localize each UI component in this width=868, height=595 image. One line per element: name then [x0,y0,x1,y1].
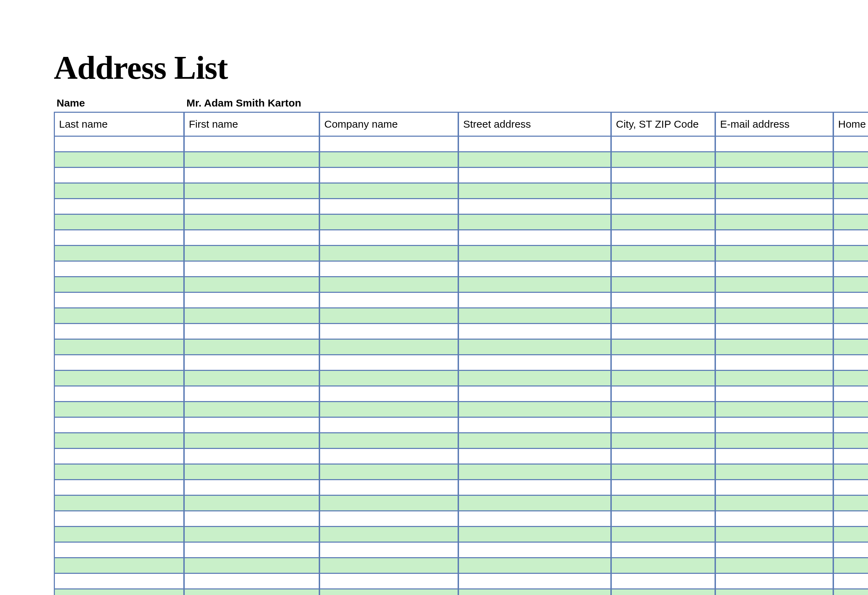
table-row[interactable] [55,496,868,511]
table-cell[interactable] [716,543,834,557]
table-cell[interactable] [459,386,612,401]
table-cell[interactable] [459,152,612,167]
table-row[interactable] [55,324,868,340]
table-row[interactable] [55,465,868,480]
table-cell[interactable] [185,340,320,354]
table-cell[interactable] [716,386,834,401]
table-cell[interactable] [185,543,320,557]
table-cell[interactable] [716,402,834,417]
table-cell[interactable] [612,184,716,198]
table-cell[interactable] [55,402,185,417]
table-cell[interactable] [185,246,320,261]
table-cell[interactable] [320,496,459,510]
table-cell[interactable] [612,386,716,401]
table-cell[interactable] [185,355,320,370]
table-cell[interactable] [459,137,612,151]
table-cell[interactable] [459,371,612,386]
table-cell[interactable] [716,433,834,448]
table-cell[interactable] [834,386,868,401]
table-cell[interactable] [716,293,834,307]
table-row[interactable] [55,293,868,308]
table-cell[interactable] [716,277,834,292]
table-row[interactable] [55,199,868,215]
table-cell[interactable] [320,308,459,323]
table-cell[interactable] [612,496,716,510]
table-row[interactable] [55,402,868,418]
table-cell[interactable] [612,574,716,588]
table-row[interactable] [55,386,868,402]
table-cell[interactable] [185,262,320,276]
table-row[interactable] [55,137,868,152]
table-cell[interactable] [834,449,868,464]
table-cell[interactable] [612,433,716,448]
table-cell[interactable] [185,527,320,542]
table-cell[interactable] [834,215,868,229]
table-row[interactable] [55,277,868,293]
table-cell[interactable] [55,465,185,479]
table-cell[interactable] [55,386,185,401]
table-cell[interactable] [834,277,868,292]
table-cell[interactable] [459,355,612,370]
table-cell[interactable] [834,184,868,198]
table-cell[interactable] [320,386,459,401]
table-cell[interactable] [716,589,834,595]
table-cell[interactable] [320,293,459,307]
table-row[interactable] [55,215,868,230]
table-cell[interactable] [55,324,185,339]
table-cell[interactable] [320,371,459,386]
table-cell[interactable] [834,355,868,370]
table-cell[interactable] [185,558,320,573]
table-cell[interactable] [612,449,716,464]
table-cell[interactable] [716,168,834,183]
table-cell[interactable] [185,402,320,417]
table-cell[interactable] [834,433,868,448]
table-cell[interactable] [834,418,868,432]
table-row[interactable] [55,543,868,558]
table-cell[interactable] [185,152,320,167]
table-row[interactable] [55,168,868,184]
table-cell[interactable] [716,152,834,167]
table-cell[interactable] [185,371,320,386]
table-row[interactable] [55,308,868,324]
table-cell[interactable] [459,184,612,198]
table-cell[interactable] [320,589,459,595]
table-cell[interactable] [320,558,459,573]
table-cell[interactable] [320,418,459,432]
table-cell[interactable] [320,574,459,588]
table-cell[interactable] [320,511,459,526]
table-cell[interactable] [834,246,868,261]
table-cell[interactable] [612,308,716,323]
table-cell[interactable] [612,371,716,386]
table-cell[interactable] [716,371,834,386]
table-cell[interactable] [459,465,612,479]
table-cell[interactable] [185,277,320,292]
table-cell[interactable] [55,199,185,214]
table-cell[interactable] [612,230,716,245]
table-cell[interactable] [459,480,612,495]
table-cell[interactable] [185,324,320,339]
table-cell[interactable] [612,558,716,573]
table-cell[interactable] [320,137,459,151]
table-cell[interactable] [185,418,320,432]
table-cell[interactable] [716,496,834,510]
table-cell[interactable] [834,340,868,354]
table-row[interactable] [55,574,868,589]
table-cell[interactable] [716,246,834,261]
table-cell[interactable] [612,168,716,183]
table-cell[interactable] [55,152,185,167]
table-cell[interactable] [55,449,185,464]
table-cell[interactable] [716,574,834,588]
table-row[interactable] [55,184,868,199]
table-cell[interactable] [55,543,185,557]
table-cell[interactable] [320,449,459,464]
table-cell[interactable] [459,230,612,245]
table-cell[interactable] [612,418,716,432]
table-cell[interactable] [834,527,868,542]
table-cell[interactable] [185,293,320,307]
table-cell[interactable] [185,184,320,198]
table-cell[interactable] [320,199,459,214]
table-row[interactable] [55,371,868,386]
table-cell[interactable] [459,293,612,307]
table-cell[interactable] [459,449,612,464]
table-cell[interactable] [55,230,185,245]
